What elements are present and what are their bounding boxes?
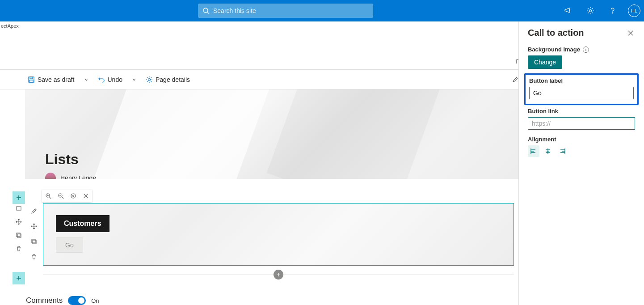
section-move-icon[interactable] (13, 216, 25, 228)
svg-rect-16 (17, 234, 21, 237)
zoom-out-icon[interactable] (56, 191, 66, 201)
focal-point-icon[interactable] (68, 191, 78, 201)
svg-point-2 (589, 10, 592, 12)
svg-point-27 (73, 195, 74, 197)
comments-row: Comments On (26, 296, 99, 305)
page-author[interactable]: Henry Legge (45, 173, 96, 179)
svg-line-1 (207, 12, 209, 14)
megaphone-icon[interactable] (561, 4, 575, 18)
suite-actions: HL (561, 4, 640, 18)
section-duplicate-icon[interactable] (13, 229, 25, 241)
search-icon (202, 7, 210, 14)
user-avatar[interactable]: HL (628, 4, 640, 17)
svg-rect-14 (17, 207, 21, 210)
svg-point-8 (148, 78, 150, 80)
align-center-button[interactable] (542, 145, 554, 157)
page-details-label: Page details (156, 76, 190, 83)
panel-title: Call to action (528, 28, 584, 38)
svg-point-0 (203, 8, 208, 13)
svg-point-3 (612, 13, 613, 13)
pencil-icon (512, 76, 518, 83)
help-icon[interactable] (606, 4, 620, 18)
comments-toggle[interactable] (68, 296, 86, 305)
add-webpart-button[interactable]: + (274, 270, 283, 280)
webpart-delete-icon[interactable] (28, 250, 40, 263)
change-image-button[interactable]: Change (528, 55, 562, 69)
webpart-move-icon[interactable] (28, 220, 40, 233)
svg-point-26 (71, 194, 76, 198)
cta-button[interactable]: Go (56, 237, 83, 253)
svg-rect-7 (29, 80, 33, 82)
panel-close-button[interactable] (626, 29, 635, 38)
section-divider: + (43, 270, 514, 279)
add-section-button-top[interactable] (13, 191, 25, 204)
section-rail (13, 201, 25, 305)
property-panel: Call to action Background image i Change… (518, 21, 644, 305)
svg-line-24 (62, 197, 63, 199)
comments-label: Comments (26, 296, 63, 305)
align-right-button[interactable] (556, 145, 568, 157)
page-details-button[interactable]: Page details (142, 74, 194, 85)
remove-image-icon[interactable] (81, 191, 91, 201)
background-image-label: Background image i (528, 46, 635, 53)
suite-bar: HL (0, 0, 644, 21)
alignment-options (528, 145, 635, 157)
webpart-duplicate-icon[interactable] (28, 235, 40, 248)
button-label-input[interactable] (529, 87, 634, 99)
button-link-input[interactable] (528, 117, 635, 130)
hero-area[interactable]: Lists Henry Legge (25, 89, 518, 179)
settings-icon[interactable] (583, 4, 598, 18)
svg-rect-6 (30, 77, 33, 79)
info-icon[interactable]: i (583, 47, 589, 53)
undo-label: Undo (108, 76, 122, 83)
save-draft-chevron[interactable] (81, 74, 92, 85)
button-label-group-highlight: Button label (524, 73, 639, 105)
button-link-label: Button link (528, 108, 635, 114)
cta-webpart[interactable]: Customers Go (43, 203, 514, 266)
alignment-label: Alignment (528, 136, 635, 143)
add-section-button-bottom[interactable] (13, 272, 25, 284)
search-input[interactable] (213, 7, 369, 14)
webpart-edit-icon[interactable] (28, 205, 40, 217)
svg-line-20 (49, 197, 51, 199)
zoom-in-icon[interactable] (43, 191, 53, 201)
page-title[interactable]: Lists (45, 151, 79, 168)
align-left-button[interactable] (528, 145, 539, 157)
webpart-side-toolbar (28, 205, 40, 263)
undo-button[interactable]: Undo (94, 74, 126, 85)
svg-rect-30 (32, 239, 35, 243)
svg-rect-15 (17, 233, 20, 237)
cta-title[interactable]: Customers (56, 215, 109, 232)
button-label-label: Button label (529, 77, 634, 84)
comments-toggle-state: On (91, 297, 99, 304)
svg-rect-31 (33, 240, 36, 244)
section-delete-icon[interactable] (13, 242, 25, 255)
save-draft-label: Save as draft (38, 76, 75, 83)
undo-chevron[interactable] (129, 74, 139, 85)
page-canvas: Lists Henry Legge Customers Go (0, 89, 518, 305)
section: Customers Go + (25, 188, 518, 277)
search-box[interactable] (198, 4, 373, 18)
section-edit-icon[interactable] (13, 202, 25, 215)
author-avatar (45, 173, 56, 179)
webpart-float-toolbar (42, 190, 92, 202)
author-name: Henry Legge (60, 174, 96, 179)
save-draft-button[interactable]: Save as draft (24, 74, 78, 85)
